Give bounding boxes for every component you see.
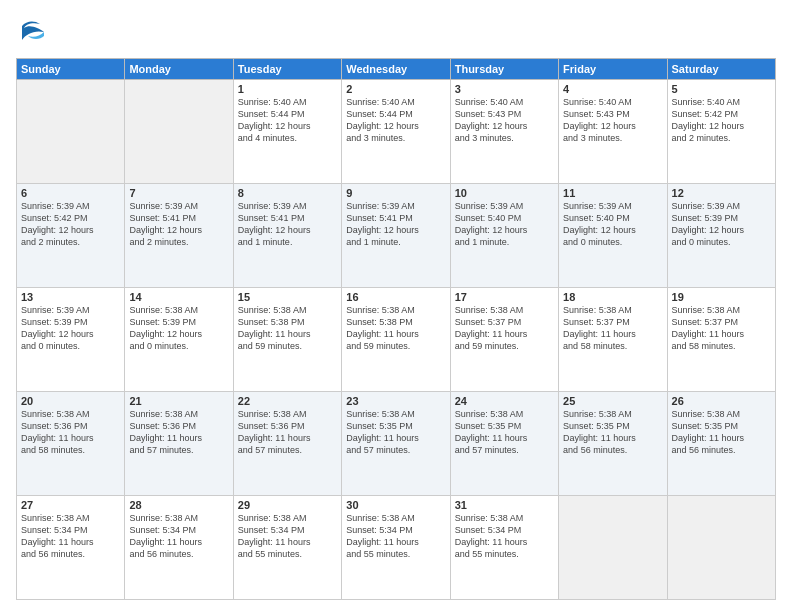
calendar-cell: 15Sunrise: 5:38 AM Sunset: 5:38 PM Dayli…	[233, 288, 341, 392]
calendar-cell: 3Sunrise: 5:40 AM Sunset: 5:43 PM Daylig…	[450, 80, 558, 184]
day-number: 5	[672, 83, 771, 95]
header	[16, 12, 776, 50]
calendar-week-4: 20Sunrise: 5:38 AM Sunset: 5:36 PM Dayli…	[17, 392, 776, 496]
day-number: 16	[346, 291, 445, 303]
day-number: 29	[238, 499, 337, 511]
day-info: Sunrise: 5:40 AM Sunset: 5:44 PM Dayligh…	[346, 96, 445, 145]
calendar-cell: 27Sunrise: 5:38 AM Sunset: 5:34 PM Dayli…	[17, 496, 125, 600]
day-number: 22	[238, 395, 337, 407]
day-number: 13	[21, 291, 120, 303]
day-info: Sunrise: 5:38 AM Sunset: 5:35 PM Dayligh…	[672, 408, 771, 457]
weekday-header-friday: Friday	[559, 59, 667, 80]
day-number: 20	[21, 395, 120, 407]
calendar-cell: 29Sunrise: 5:38 AM Sunset: 5:34 PM Dayli…	[233, 496, 341, 600]
calendar-cell	[559, 496, 667, 600]
day-number: 11	[563, 187, 662, 199]
day-info: Sunrise: 5:38 AM Sunset: 5:34 PM Dayligh…	[346, 512, 445, 561]
calendar-cell: 31Sunrise: 5:38 AM Sunset: 5:34 PM Dayli…	[450, 496, 558, 600]
day-info: Sunrise: 5:40 AM Sunset: 5:43 PM Dayligh…	[455, 96, 554, 145]
calendar-cell: 22Sunrise: 5:38 AM Sunset: 5:36 PM Dayli…	[233, 392, 341, 496]
calendar-cell: 23Sunrise: 5:38 AM Sunset: 5:35 PM Dayli…	[342, 392, 450, 496]
day-number: 27	[21, 499, 120, 511]
day-number: 15	[238, 291, 337, 303]
day-info: Sunrise: 5:39 AM Sunset: 5:42 PM Dayligh…	[21, 200, 120, 249]
calendar-cell: 4Sunrise: 5:40 AM Sunset: 5:43 PM Daylig…	[559, 80, 667, 184]
calendar-cell: 13Sunrise: 5:39 AM Sunset: 5:39 PM Dayli…	[17, 288, 125, 392]
day-info: Sunrise: 5:39 AM Sunset: 5:41 PM Dayligh…	[129, 200, 228, 249]
day-info: Sunrise: 5:38 AM Sunset: 5:39 PM Dayligh…	[129, 304, 228, 353]
day-number: 18	[563, 291, 662, 303]
calendar-cell: 12Sunrise: 5:39 AM Sunset: 5:39 PM Dayli…	[667, 184, 775, 288]
day-number: 19	[672, 291, 771, 303]
day-number: 21	[129, 395, 228, 407]
day-info: Sunrise: 5:38 AM Sunset: 5:38 PM Dayligh…	[346, 304, 445, 353]
weekday-header-wednesday: Wednesday	[342, 59, 450, 80]
bird-icon	[16, 14, 52, 50]
calendar-cell: 21Sunrise: 5:38 AM Sunset: 5:36 PM Dayli…	[125, 392, 233, 496]
day-number: 4	[563, 83, 662, 95]
day-info: Sunrise: 5:38 AM Sunset: 5:37 PM Dayligh…	[455, 304, 554, 353]
calendar-week-3: 13Sunrise: 5:39 AM Sunset: 5:39 PM Dayli…	[17, 288, 776, 392]
calendar-cell: 25Sunrise: 5:38 AM Sunset: 5:35 PM Dayli…	[559, 392, 667, 496]
calendar-cell	[667, 496, 775, 600]
calendar-header-row: SundayMondayTuesdayWednesdayThursdayFrid…	[17, 59, 776, 80]
day-number: 6	[21, 187, 120, 199]
calendar-cell: 19Sunrise: 5:38 AM Sunset: 5:37 PM Dayli…	[667, 288, 775, 392]
day-number: 10	[455, 187, 554, 199]
calendar-cell	[125, 80, 233, 184]
calendar-cell: 5Sunrise: 5:40 AM Sunset: 5:42 PM Daylig…	[667, 80, 775, 184]
calendar-cell: 18Sunrise: 5:38 AM Sunset: 5:37 PM Dayli…	[559, 288, 667, 392]
day-info: Sunrise: 5:39 AM Sunset: 5:41 PM Dayligh…	[238, 200, 337, 249]
calendar-cell: 24Sunrise: 5:38 AM Sunset: 5:35 PM Dayli…	[450, 392, 558, 496]
day-number: 14	[129, 291, 228, 303]
day-number: 17	[455, 291, 554, 303]
day-info: Sunrise: 5:38 AM Sunset: 5:37 PM Dayligh…	[563, 304, 662, 353]
calendar-cell: 2Sunrise: 5:40 AM Sunset: 5:44 PM Daylig…	[342, 80, 450, 184]
day-info: Sunrise: 5:38 AM Sunset: 5:34 PM Dayligh…	[455, 512, 554, 561]
day-info: Sunrise: 5:38 AM Sunset: 5:35 PM Dayligh…	[455, 408, 554, 457]
day-info: Sunrise: 5:39 AM Sunset: 5:39 PM Dayligh…	[21, 304, 120, 353]
day-number: 7	[129, 187, 228, 199]
calendar-cell: 9Sunrise: 5:39 AM Sunset: 5:41 PM Daylig…	[342, 184, 450, 288]
day-number: 25	[563, 395, 662, 407]
day-number: 26	[672, 395, 771, 407]
page: SundayMondayTuesdayWednesdayThursdayFrid…	[0, 0, 792, 612]
weekday-header-sunday: Sunday	[17, 59, 125, 80]
day-info: Sunrise: 5:38 AM Sunset: 5:36 PM Dayligh…	[238, 408, 337, 457]
day-info: Sunrise: 5:39 AM Sunset: 5:40 PM Dayligh…	[455, 200, 554, 249]
weekday-header-tuesday: Tuesday	[233, 59, 341, 80]
calendar-cell: 6Sunrise: 5:39 AM Sunset: 5:42 PM Daylig…	[17, 184, 125, 288]
weekday-header-monday: Monday	[125, 59, 233, 80]
calendar-cell: 30Sunrise: 5:38 AM Sunset: 5:34 PM Dayli…	[342, 496, 450, 600]
calendar-cell: 17Sunrise: 5:38 AM Sunset: 5:37 PM Dayli…	[450, 288, 558, 392]
day-info: Sunrise: 5:38 AM Sunset: 5:34 PM Dayligh…	[129, 512, 228, 561]
day-info: Sunrise: 5:40 AM Sunset: 5:43 PM Dayligh…	[563, 96, 662, 145]
calendar: SundayMondayTuesdayWednesdayThursdayFrid…	[16, 58, 776, 600]
calendar-cell: 26Sunrise: 5:38 AM Sunset: 5:35 PM Dayli…	[667, 392, 775, 496]
day-number: 28	[129, 499, 228, 511]
calendar-cell: 14Sunrise: 5:38 AM Sunset: 5:39 PM Dayli…	[125, 288, 233, 392]
calendar-cell: 10Sunrise: 5:39 AM Sunset: 5:40 PM Dayli…	[450, 184, 558, 288]
day-number: 24	[455, 395, 554, 407]
day-number: 3	[455, 83, 554, 95]
calendar-cell	[17, 80, 125, 184]
day-number: 1	[238, 83, 337, 95]
calendar-week-1: 1Sunrise: 5:40 AM Sunset: 5:44 PM Daylig…	[17, 80, 776, 184]
calendar-cell: 8Sunrise: 5:39 AM Sunset: 5:41 PM Daylig…	[233, 184, 341, 288]
day-info: Sunrise: 5:38 AM Sunset: 5:36 PM Dayligh…	[129, 408, 228, 457]
logo	[16, 12, 56, 50]
calendar-cell: 16Sunrise: 5:38 AM Sunset: 5:38 PM Dayli…	[342, 288, 450, 392]
day-info: Sunrise: 5:40 AM Sunset: 5:42 PM Dayligh…	[672, 96, 771, 145]
calendar-cell: 20Sunrise: 5:38 AM Sunset: 5:36 PM Dayli…	[17, 392, 125, 496]
day-info: Sunrise: 5:38 AM Sunset: 5:36 PM Dayligh…	[21, 408, 120, 457]
calendar-cell: 11Sunrise: 5:39 AM Sunset: 5:40 PM Dayli…	[559, 184, 667, 288]
day-info: Sunrise: 5:38 AM Sunset: 5:34 PM Dayligh…	[238, 512, 337, 561]
calendar-cell: 7Sunrise: 5:39 AM Sunset: 5:41 PM Daylig…	[125, 184, 233, 288]
day-info: Sunrise: 5:40 AM Sunset: 5:44 PM Dayligh…	[238, 96, 337, 145]
calendar-cell: 1Sunrise: 5:40 AM Sunset: 5:44 PM Daylig…	[233, 80, 341, 184]
day-number: 31	[455, 499, 554, 511]
day-number: 30	[346, 499, 445, 511]
day-info: Sunrise: 5:38 AM Sunset: 5:34 PM Dayligh…	[21, 512, 120, 561]
day-info: Sunrise: 5:38 AM Sunset: 5:37 PM Dayligh…	[672, 304, 771, 353]
weekday-header-thursday: Thursday	[450, 59, 558, 80]
